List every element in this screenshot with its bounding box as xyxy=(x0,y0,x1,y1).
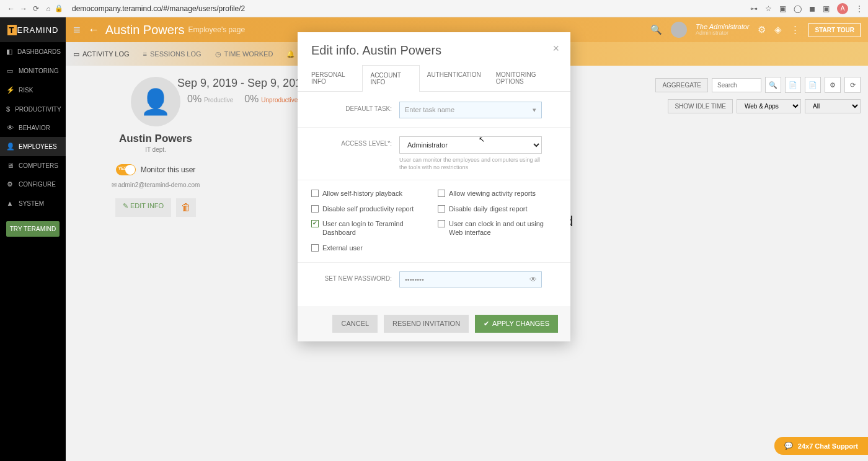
star-icon[interactable]: ☆ xyxy=(765,4,772,13)
productive-pct: 0%Productive xyxy=(187,94,233,104)
gear-icon[interactable]: ⚙ xyxy=(758,24,766,35)
sidebar-item-configure[interactable]: ⚙CONFIGURE xyxy=(0,175,66,194)
default-task-input[interactable]: Enter task name ▾ xyxy=(399,102,542,118)
chat-icon: 💬 xyxy=(784,442,793,450)
back-icon[interactable]: ← xyxy=(5,4,17,13)
sidebar-item-employees[interactable]: 👤EMPLOYEES xyxy=(0,137,66,156)
checkbox-allow-self-history-playback[interactable]: Allow self-history playback xyxy=(311,189,430,198)
modal-footer: CANCEL RESEND INVITATION ✔ APPLY CHANGES xyxy=(298,306,570,341)
ext4-icon[interactable]: ▣ xyxy=(823,4,830,13)
chevron-down-icon: ▾ xyxy=(533,106,536,114)
cancel-button[interactable]: CANCEL xyxy=(332,315,378,333)
checkbox-user-can-clock-in-and-out-usin[interactable]: User can clock in and out using Web inte… xyxy=(438,219,557,237)
checkbox-user-can-login-to-teramind-das[interactable]: ✔User can login to Teramind Dashboard xyxy=(311,219,430,237)
default-task-label: DEFAULT TASK: xyxy=(311,102,392,112)
checkbox-allow-viewing-activity-reports[interactable]: Allow viewing activity reports xyxy=(438,189,557,198)
employee-avatar: 👤 xyxy=(131,77,180,126)
sidebar-label: RISK xyxy=(19,87,33,94)
checkbox-icon: ✔ xyxy=(311,220,319,227)
sidebar: ◧DASHBOARDS▭MONITORING⚡RISK$PRODUCTIVITY… xyxy=(0,42,66,461)
webapps-select[interactable]: Web & Apps xyxy=(737,99,801,113)
reload-icon[interactable]: ⟳ xyxy=(30,4,42,13)
diamond-icon[interactable]: ◈ xyxy=(774,24,782,35)
url-text[interactable]: democompany.teramind.co/#/manage/users/p… xyxy=(72,4,245,13)
access-level-select[interactable]: Administrator xyxy=(399,136,542,154)
checkbox-label: User can login to Teramind Dashboard xyxy=(322,219,430,237)
eye-icon[interactable]: 👁 xyxy=(529,275,537,284)
checkbox-disable-daily-digest-report[interactable]: Disable daily digest report xyxy=(438,204,557,213)
date-range: Sep 9, 2019 - Sep 9, 2019 xyxy=(177,77,308,90)
export1-icon[interactable]: 📄 xyxy=(785,77,801,93)
edit-info-button[interactable]: ✎ EDIT INFO xyxy=(115,198,171,217)
search-icon[interactable]: 🔍 xyxy=(650,24,662,35)
tab-label: ACTIVITY LOG xyxy=(82,50,130,58)
sidebar-item-computers[interactable]: 🖥COMPUTERS xyxy=(0,156,66,175)
sidebar-item-risk[interactable]: ⚡RISK xyxy=(0,81,66,100)
home-icon[interactable]: ⌂ xyxy=(42,4,55,13)
refresh-icon[interactable]: ⟳ xyxy=(844,77,861,93)
sidebar-item-behavior[interactable]: 👁BEHAVIOR xyxy=(0,118,66,137)
key-icon[interactable]: ⊶ xyxy=(750,4,758,13)
export2-icon[interactable]: 📄 xyxy=(805,77,821,93)
chat-support-button[interactable]: 💬 24x7 Chat Support xyxy=(774,437,868,455)
kebab-icon[interactable]: ⋮ xyxy=(856,4,863,13)
sidebar-icon: ⚡ xyxy=(6,86,14,94)
close-icon[interactable]: × xyxy=(552,42,559,55)
more-icon[interactable]: ⋮ xyxy=(790,24,800,35)
logo[interactable]: TERAMIND xyxy=(0,17,66,42)
checkbox-label: Allow viewing activity reports xyxy=(449,189,536,198)
profile-avatar[interactable]: A xyxy=(837,3,848,14)
sidebar-item-productivity[interactable]: $PRODUCTIVITY xyxy=(0,100,66,118)
tab-activity-log[interactable]: ▭ACTIVITY LOG xyxy=(73,50,130,58)
sidebar-item-system[interactable]: ▲SYSTEM xyxy=(0,194,66,213)
start-tour-button[interactable]: START TOUR xyxy=(808,23,861,37)
checkbox-external-user[interactable]: External user xyxy=(311,244,430,252)
page-title: Austin Powers xyxy=(105,23,185,37)
delete-button[interactable]: 🗑 xyxy=(176,198,196,217)
sidebar-icon: 🖥 xyxy=(6,162,14,169)
sidebar-label: SYSTEM xyxy=(19,200,44,207)
modal-tabs: PERSONAL INFOACCOUNT INFOAUTHENTICATIONM… xyxy=(298,65,570,92)
apply-button[interactable]: ✔ APPLY CHANGES xyxy=(475,315,558,333)
all-select[interactable]: All xyxy=(805,99,861,113)
password-input[interactable] xyxy=(399,271,542,288)
aggregate-button[interactable]: AGGREGATE xyxy=(655,78,708,92)
ext1-icon[interactable]: ▣ xyxy=(779,4,786,13)
forward-icon[interactable]: → xyxy=(17,4,30,13)
show-idle-button[interactable]: SHOW IDLE TIME xyxy=(668,99,733,113)
modal-tab-authentication[interactable]: AUTHENTICATION xyxy=(420,65,489,91)
monitor-toggle[interactable]: YES xyxy=(116,164,136,175)
try-teramind-button[interactable]: TRY TERAMIND xyxy=(6,221,60,237)
hamburger-icon[interactable]: ≡ xyxy=(73,23,81,37)
ext2-icon[interactable]: ◯ xyxy=(794,4,802,13)
modal-tab-personal-info[interactable]: PERSONAL INFO xyxy=(304,65,362,91)
tab-sessions-log[interactable]: ≡SESSIONS LOG xyxy=(143,50,202,58)
sidebar-label: CONFIGURE xyxy=(19,181,56,188)
sidebar-item-monitoring[interactable]: ▭MONITORING xyxy=(0,61,66,81)
back-arrow-icon[interactable]: ← xyxy=(88,24,99,37)
sidebar-label: PRODUCTIVITY xyxy=(15,106,61,113)
user-avatar[interactable] xyxy=(671,22,687,38)
settings-icon[interactable]: ⚙ xyxy=(825,77,841,93)
search-btn-icon[interactable]: 🔍 xyxy=(765,77,781,93)
checkbox-disable-self-productivity-repo[interactable]: Disable self productivity report xyxy=(311,204,430,213)
cursor-icon: ↖ xyxy=(479,135,485,144)
employee-dept: IT dept. xyxy=(78,146,233,153)
lock-icon: 🔒 xyxy=(55,4,63,12)
modal-tab-account-info[interactable]: ACCOUNT INFO xyxy=(362,65,419,92)
sidebar-icon: ⚙ xyxy=(6,180,14,188)
resend-button[interactable]: RESEND INVITATION xyxy=(384,315,469,333)
search-input[interactable] xyxy=(712,78,761,92)
modal-tab-monitoring-options[interactable]: MONITORING OPTIONS xyxy=(489,65,564,91)
tab-time-worked[interactable]: ◷TIME WORKED xyxy=(215,50,273,58)
unproductive-pct: 0%Unproductive xyxy=(244,94,298,104)
sidebar-label: BEHAVIOR xyxy=(19,125,50,131)
tab-label: TIME WORKED xyxy=(224,50,273,58)
sidebar-item-dashboards[interactable]: ◧DASHBOARDS xyxy=(0,42,66,61)
password-label: SET NEW PASSWORD: xyxy=(311,271,392,282)
sidebar-icon: 👁 xyxy=(6,124,14,131)
tab-icon: 🔔 xyxy=(286,50,295,58)
ext3-icon[interactable]: ◼ xyxy=(809,4,815,13)
user-name-label: The Administrator Administrator xyxy=(696,23,749,37)
toolbar-top: AGGREGATE 🔍 📄 📄 ⚙ ⟳ xyxy=(655,77,861,93)
